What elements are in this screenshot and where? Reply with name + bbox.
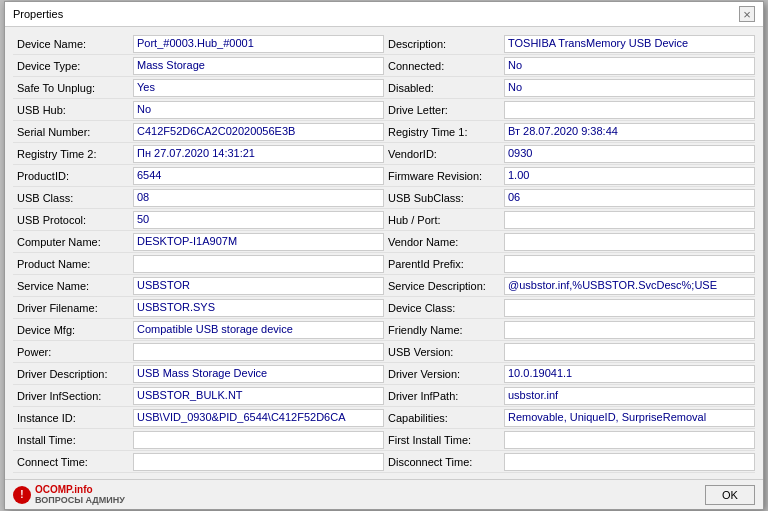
logo-name: OCOMP.info xyxy=(35,484,125,495)
field-value: Removable, UniqueID, SurpriseRemoval xyxy=(504,409,755,427)
field-value xyxy=(133,453,384,471)
field-value: Port_#0003.Hub_#0001 xyxy=(133,35,384,53)
field-label: Driver Version: xyxy=(384,366,504,382)
table-row: Device Class: xyxy=(384,297,755,319)
table-row: Service Description:@usbstor.inf,%USBSTO… xyxy=(384,275,755,297)
table-row: USB SubClass:06 xyxy=(384,187,755,209)
field-label: Driver Filename: xyxy=(13,300,133,316)
field-label: Product Name: xyxy=(13,256,133,272)
field-value xyxy=(504,255,755,273)
field-value: USBSTOR_BULK.NT xyxy=(133,387,384,405)
field-label: Disabled: xyxy=(384,80,504,96)
table-row: Connected:No xyxy=(384,55,755,77)
field-value: Yes xyxy=(133,79,384,97)
logo-sub: ВОПРОСЫ АДМИНУ xyxy=(35,495,125,505)
field-label: USB Hub: xyxy=(13,102,133,118)
field-label: Driver InfSection: xyxy=(13,388,133,404)
field-label: Safe To Unplug: xyxy=(13,80,133,96)
table-row: Connect Time: xyxy=(13,451,384,473)
field-value xyxy=(133,343,384,361)
field-label: Device Type: xyxy=(13,58,133,74)
field-value: USB\VID_0930&PID_6544\C412F52D6CA xyxy=(133,409,384,427)
field-value: C412F52D6CA2C02020056E3B xyxy=(133,123,384,141)
title-bar: Properties × xyxy=(5,2,763,27)
table-row: Safe To Unplug:Yes xyxy=(13,77,384,99)
field-label: Drive Letter: xyxy=(384,102,504,118)
field-label: USB Version: xyxy=(384,344,504,360)
field-value xyxy=(504,453,755,471)
field-label: Driver Description: xyxy=(13,366,133,382)
field-label: Device Mfg: xyxy=(13,322,133,338)
bottom-bar: ! OCOMP.info ВОПРОСЫ АДМИНУ OK xyxy=(5,479,763,509)
properties-window: Properties × Device Name:Port_#0003.Hub_… xyxy=(4,1,764,510)
field-label: Connect Time: xyxy=(13,454,133,470)
field-value: 08 xyxy=(133,189,384,207)
table-row: ProductID:6544 xyxy=(13,165,384,187)
field-value xyxy=(504,431,755,449)
field-value xyxy=(504,233,755,251)
table-row: VendorID:0930 xyxy=(384,143,755,165)
field-label: Computer Name: xyxy=(13,234,133,250)
table-row: Driver InfPath:usbstor.inf xyxy=(384,385,755,407)
field-label: Install Time: xyxy=(13,432,133,448)
field-value: @usbstor.inf,%USBSTOR.SvcDesc%;USE xyxy=(504,277,755,295)
table-row: Instance ID:USB\VID_0930&PID_6544\C412F5… xyxy=(13,407,384,429)
table-row: USB Protocol:50 xyxy=(13,209,384,231)
table-row: Driver InfSection:USBSTOR_BULK.NT xyxy=(13,385,384,407)
field-label: Friendly Name: xyxy=(384,322,504,338)
properties-grid: Device Name:Port_#0003.Hub_#0001Descript… xyxy=(13,33,755,473)
field-value xyxy=(504,343,755,361)
logo-text: OCOMP.info ВОПРОСЫ АДМИНУ xyxy=(35,484,125,505)
field-label: Vendor Name: xyxy=(384,234,504,250)
table-row: Power: xyxy=(13,341,384,363)
window-title: Properties xyxy=(13,8,63,20)
field-label: First Install Time: xyxy=(384,432,504,448)
table-row: ParentId Prefix: xyxy=(384,253,755,275)
table-row: Service Name:USBSTOR xyxy=(13,275,384,297)
field-value: Вт 28.07.2020 9:38:44 xyxy=(504,123,755,141)
table-row: Friendly Name: xyxy=(384,319,755,341)
field-label: Serial Number: xyxy=(13,124,133,140)
field-value: No xyxy=(504,57,755,75)
table-row: Serial Number:C412F52D6CA2C02020056E3B xyxy=(13,121,384,143)
table-row: Drive Letter: xyxy=(384,99,755,121)
field-label: Capabilities: xyxy=(384,410,504,426)
field-value: USBSTOR.SYS xyxy=(133,299,384,317)
field-value xyxy=(504,101,755,119)
field-value: 06 xyxy=(504,189,755,207)
field-value: 0930 xyxy=(504,145,755,163)
table-row: Install Time: xyxy=(13,429,384,451)
table-row: Disabled:No xyxy=(384,77,755,99)
field-value: No xyxy=(133,101,384,119)
table-row: Description:TOSHIBA TransMemory USB Devi… xyxy=(384,33,755,55)
table-row: Hub / Port: xyxy=(384,209,755,231)
field-value: 1.00 xyxy=(504,167,755,185)
close-button[interactable]: × xyxy=(739,6,755,22)
field-label: Power: xyxy=(13,344,133,360)
field-label: Description: xyxy=(384,36,504,52)
field-value xyxy=(504,299,755,317)
table-row: Driver Version:10.0.19041.1 xyxy=(384,363,755,385)
field-label: ParentId Prefix: xyxy=(384,256,504,272)
field-value: Compatible USB storage device xyxy=(133,321,384,339)
field-label: Firmware Revision: xyxy=(384,168,504,184)
field-value: 6544 xyxy=(133,167,384,185)
field-value xyxy=(504,211,755,229)
field-value: TOSHIBA TransMemory USB Device xyxy=(504,35,755,53)
field-value: DESKTOP-I1A907M xyxy=(133,233,384,251)
ok-button[interactable]: OK xyxy=(705,485,755,505)
table-row: Device Mfg:Compatible USB storage device xyxy=(13,319,384,341)
field-label: Registry Time 2: xyxy=(13,146,133,162)
field-label: Disconnect Time: xyxy=(384,454,504,470)
table-row: Capabilities:Removable, UniqueID, Surpri… xyxy=(384,407,755,429)
table-row: USB Class:08 xyxy=(13,187,384,209)
table-row: Computer Name:DESKTOP-I1A907M xyxy=(13,231,384,253)
field-value: USB Mass Storage Device xyxy=(133,365,384,383)
table-row: Registry Time 1:Вт 28.07.2020 9:38:44 xyxy=(384,121,755,143)
field-label: Device Class: xyxy=(384,300,504,316)
logo-icon: ! xyxy=(13,486,31,504)
field-value: Mass Storage xyxy=(133,57,384,75)
field-label: USB Class: xyxy=(13,190,133,206)
field-label: Device Name: xyxy=(13,36,133,52)
field-label: Connected: xyxy=(384,58,504,74)
